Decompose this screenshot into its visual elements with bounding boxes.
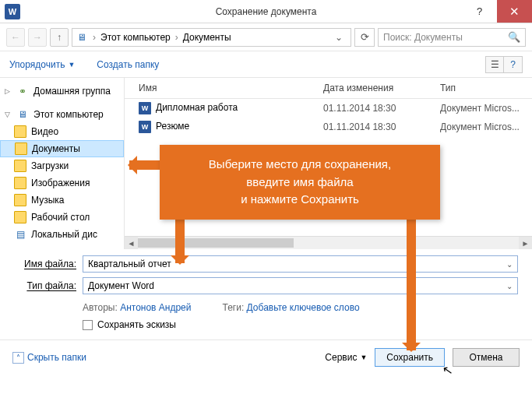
folder-icon bbox=[14, 125, 26, 138]
word-doc-icon: W bbox=[139, 121, 151, 133]
new-folder-button[interactable]: Создать папку bbox=[97, 59, 159, 70]
pc-icon: 🖥 bbox=[76, 31, 88, 44]
help-icon[interactable]: ? bbox=[504, 56, 523, 73]
sidebar-item-thispc[interactable]: ▽ 🖥 Этот компьютер bbox=[0, 106, 124, 123]
search-icon: 🔍 bbox=[508, 31, 520, 43]
authors-value[interactable]: Антонов Андрей bbox=[120, 302, 191, 313]
sidebar-item-desktop[interactable]: Рабочий стол bbox=[0, 209, 124, 226]
cancel-label: Отмена bbox=[469, 352, 502, 363]
expand-icon: ▷ bbox=[5, 87, 10, 95]
tools-menu[interactable]: Сервис ▼ bbox=[325, 352, 367, 363]
folder-icon bbox=[14, 160, 26, 172]
pc-icon: 🖥 bbox=[16, 108, 29, 121]
filetype-label: Тип файла: bbox=[14, 280, 76, 291]
filetype-select[interactable]: Документ Word ⌄ bbox=[83, 277, 518, 294]
col-type[interactable]: Тип bbox=[440, 83, 526, 93]
hide-folders-button[interactable]: ˄ Скрыть папки bbox=[12, 352, 86, 364]
up-button[interactable]: ↑ bbox=[50, 28, 69, 47]
search-input[interactable]: Поиск: Документы 🔍 bbox=[378, 28, 526, 47]
sidebar-label: Музыка bbox=[31, 195, 64, 206]
refresh-button[interactable]: ⟳ bbox=[354, 28, 375, 47]
homegroup-icon: ⚭ bbox=[16, 85, 29, 97]
col-name[interactable]: Имя bbox=[139, 83, 323, 93]
chevron-right-icon: › bbox=[90, 32, 99, 43]
chevron-down-icon[interactable]: ⌄ bbox=[506, 260, 513, 269]
help-button[interactable]: ? bbox=[462, 0, 497, 23]
sidebar-label: Рабочий стол bbox=[31, 212, 90, 223]
cancel-button[interactable]: Отмена bbox=[453, 348, 520, 367]
hide-folders-label: Скрыть папки bbox=[27, 352, 86, 363]
navigation-bar: ← → ↑ 🖥 › Этот компьютер › Документы ⌄ ⟳… bbox=[0, 23, 532, 51]
chevron-up-icon: ˄ bbox=[12, 352, 24, 364]
metadata-row: Авторы: Антонов Андрей Теги: Добавьте кл… bbox=[14, 299, 518, 319]
folder-icon bbox=[14, 211, 26, 223]
save-form: Имя файла: Квартальный отчет ⌄ Тип файла… bbox=[0, 249, 532, 339]
sidebar-item-downloads[interactable]: Загрузки bbox=[0, 157, 124, 174]
sidebar-item-music[interactable]: Музыка bbox=[0, 192, 124, 209]
chevron-down-icon[interactable]: ⌄ bbox=[506, 282, 513, 290]
callout-line: введите имя файла bbox=[174, 174, 426, 192]
tags-value[interactable]: Добавьте ключевое слово bbox=[247, 302, 360, 313]
file-row[interactable]: WДипломная работа 01.11.2014 18:30 Докум… bbox=[125, 99, 532, 118]
sidebar-item-video[interactable]: Видео bbox=[0, 123, 124, 140]
close-button[interactable]: ✕ bbox=[497, 0, 532, 23]
callout-line: Выберите место для сохранения, bbox=[174, 156, 426, 174]
scroll-thumb[interactable] bbox=[138, 238, 294, 248]
word-doc-icon: W bbox=[139, 102, 151, 114]
file-name: Дипломная работа bbox=[156, 102, 238, 113]
breadcrumb-seg[interactable]: Этот компьютер bbox=[100, 32, 171, 43]
chevron-down-icon: ▼ bbox=[68, 61, 75, 69]
file-date: 01.11.2014 18:30 bbox=[323, 103, 440, 114]
sidebar-item-pictures[interactable]: Изображения bbox=[0, 174, 124, 192]
window-buttons: ? ✕ bbox=[462, 0, 532, 23]
folder-icon bbox=[14, 177, 26, 189]
scroll-right-icon[interactable]: ► bbox=[519, 237, 532, 249]
organize-menu[interactable]: Упорядочить ▼ bbox=[9, 59, 75, 70]
filename-label: Имя файла: bbox=[14, 259, 76, 269]
filetype-value: Документ Word bbox=[88, 280, 154, 291]
thumbnail-label: Сохранять эскизы bbox=[97, 319, 176, 330]
sidebar-label: Домашняя группа bbox=[33, 86, 111, 97]
forward-button[interactable]: → bbox=[28, 28, 47, 47]
breadcrumb[interactable]: 🖥 › Этот компьютер › Документы ⌄ bbox=[72, 28, 351, 47]
filename-input[interactable]: Квартальный отчет ⌄ bbox=[83, 255, 518, 273]
toolbar: Упорядочить ▼ Создать папку ☰ ? bbox=[0, 51, 532, 78]
checkbox-icon[interactable] bbox=[83, 320, 93, 330]
chevron-down-icon[interactable]: ⌄ bbox=[330, 32, 347, 43]
collapse-icon: ▽ bbox=[5, 111, 10, 118]
sidebar-label: Документы bbox=[32, 143, 80, 154]
view-mode-button[interactable]: ☰ bbox=[485, 56, 504, 73]
filename-value: Квартальный отчет bbox=[88, 259, 171, 269]
file-row[interactable]: WРезюме 01.11.2014 18:30 Документ Micros… bbox=[125, 118, 532, 136]
column-headers: Имя Дата изменения Тип bbox=[125, 78, 532, 99]
sidebar: ▷ ⚭ Домашняя группа ▽ 🖥 Этот компьютер В… bbox=[0, 78, 125, 249]
horizontal-scrollbar[interactable]: ◄ ► bbox=[125, 236, 532, 249]
scroll-left-icon[interactable]: ◄ bbox=[125, 237, 138, 249]
organize-label: Упорядочить bbox=[9, 59, 65, 70]
folder-icon bbox=[15, 142, 27, 155]
tags-label: Теги: bbox=[223, 302, 245, 313]
file-date: 01.11.2014 18:30 bbox=[323, 121, 440, 132]
view-buttons: ☰ ? bbox=[485, 56, 523, 73]
sidebar-label: Локальный дис bbox=[31, 229, 97, 240]
sidebar-label: Загрузки bbox=[31, 160, 69, 171]
callout-line: и нажмите Сохранить bbox=[174, 191, 426, 209]
back-button[interactable]: ← bbox=[6, 28, 25, 47]
tools-label: Сервис bbox=[325, 352, 357, 363]
breadcrumb-seg[interactable]: Документы bbox=[183, 32, 231, 43]
chevron-right-icon: › bbox=[172, 32, 181, 43]
arrow-icon bbox=[407, 204, 416, 350]
sidebar-item-documents[interactable]: Документы bbox=[0, 140, 124, 157]
sidebar-label: Видео bbox=[31, 126, 58, 137]
thumbnail-checkbox-row[interactable]: Сохранять эскизы bbox=[14, 319, 518, 330]
instruction-callout: Выберите место для сохранения, введите и… bbox=[160, 145, 440, 220]
sidebar-item-homegroup[interactable]: ▷ ⚭ Домашняя группа bbox=[0, 83, 124, 100]
file-type: Документ Micros... bbox=[440, 121, 526, 132]
sidebar-label: Этот компьютер bbox=[33, 109, 104, 120]
search-placeholder: Поиск: Документы bbox=[383, 32, 463, 43]
titlebar: W Сохранение документа ? ✕ bbox=[0, 0, 532, 23]
folder-icon bbox=[14, 194, 26, 206]
col-modified[interactable]: Дата изменения bbox=[323, 83, 440, 93]
new-folder-label: Создать папку bbox=[97, 59, 159, 70]
sidebar-item-localdisk[interactable]: ▤Локальный дис bbox=[0, 226, 124, 243]
